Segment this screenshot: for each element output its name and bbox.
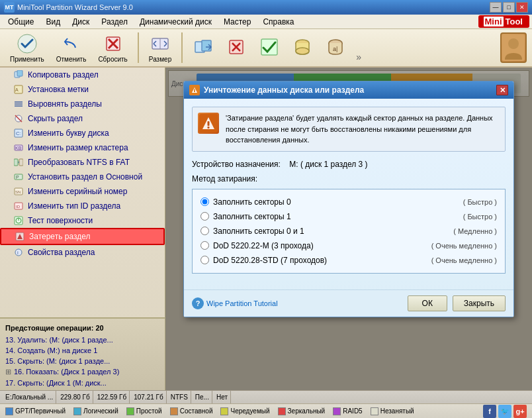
dialog-target: Устройство назначения: М: ( диск 1 разде… [192,160,506,169]
radio-option-4[interactable]: DoD 5220.28-STD (7 проходов) ( Очень мед… [200,253,497,268]
radio-option-1[interactable]: Заполнить секторы 1 ( Быстро ) [200,209,497,224]
sidebar-item-set-primary[interactable]: P Установить раздел в Основной [0,170,165,184]
google-icon[interactable]: g+ [513,405,527,418]
svg-text:C:: C: [16,131,21,136]
facebook-icon[interactable]: f [483,405,496,418]
dialog-method-label: Метод затирания: [192,174,506,183]
app-icon: MT [4,2,15,13]
sidebar-item-wipe-partition[interactable]: Затереть раздел [0,228,165,245]
radio-label-1[interactable]: Заполнить секторы 1 [200,212,463,221]
wipe-dialog: Уничтожение данных диска или раздела ✕ '… [183,81,514,317]
radio-label-2[interactable]: Заполнить секторы 0 и 1 [200,227,453,236]
toolbar-copy[interactable] [188,33,218,62]
sidebar-setlabel-label: Установка метки [28,85,89,94]
pending-item-16[interactable]: ⊞ 16. Показать: (Диск 1 раздел 3) [0,366,165,378]
legend-striped-label: Чередуемый [230,407,269,415]
sidebar-item-set-label[interactable]: A Установка метки [0,82,165,97]
pending-item-17[interactable]: 17. Скрыть: (Диск 1 (М: диск... [0,378,165,388]
warning-icon [198,113,219,134]
toolbar-delete[interactable] [221,33,251,62]
legend-gpt-label: GPT/Первичный [15,407,66,415]
svg-text:P: P [16,175,19,180]
reset-button[interactable]: Сбросить [93,30,132,66]
radio-label-3[interactable]: DoD 5220.22-М (3 прохода) [200,241,431,250]
option-text-3: DoD 5220.22-М (3 прохода) [213,241,372,250]
change-serial-icon: SN [13,186,24,197]
sidebar-item-properties[interactable]: i Свойства раздела [0,245,165,260]
twitter-icon[interactable]: 🐦 [498,405,511,418]
menu-general[interactable]: Общие [3,16,39,28]
radio-input-0[interactable] [200,197,209,206]
size-button[interactable]: Размер [144,30,176,66]
more-tools-button[interactable]: » [353,50,364,64]
status-free: 107.21 Гб [131,391,167,403]
sidebar-item-copy-partition[interactable]: Копировать раздел [0,68,165,82]
option-text-0: Заполнить секторы 0 [213,197,372,207]
dialog-close-button[interactable]: ✕ [496,85,508,95]
option-speed-2: ( Медленно ) [453,227,497,235]
sidebar-item-change-type[interactable]: ID Изменить тип ID раздела [0,199,165,213]
sidebar-item-surface-test[interactable]: Тест поверхности [0,213,165,228]
title-bar: MT MiniTool Partition Wizard Server 9.0 … [0,0,532,15]
svg-text:i: i [17,250,19,256]
close-window-button[interactable]: ✕ [516,2,528,13]
radio-label-0[interactable]: Заполнить секторы 0 [200,197,463,207]
menu-disk[interactable]: Диск [67,16,95,28]
sidebar-align-label: Выровнять разделы [28,99,102,109]
sidebar-item-change-serial[interactable]: SN Изменить серийный номер [0,184,165,199]
legend-mirrored-label: Зеркальный [288,407,326,415]
radio-option-3[interactable]: DoD 5220.22-М (3 прохода) ( Очень медлен… [200,238,497,253]
menu-partition[interactable]: Раздел [96,16,133,28]
menu-view[interactable]: Вид [40,16,66,28]
svg-text:a|: a| [333,46,337,52]
pending-header: Предстоящие операции: 20 [0,321,165,335]
radio-option-2[interactable]: Заполнить секторы 0 и 1 ( Медленно ) [200,224,497,238]
svg-rect-27 [14,159,18,166]
delete-icon [226,36,247,58]
menu-dynamic-disk[interactable]: Динамический диск [134,16,217,28]
undo-button[interactable]: Отменить [52,30,91,66]
align-icon [13,99,24,109]
sidebar: Копировать раздел A Установка метки Выро… [0,68,165,390]
pending-scroll[interactable]: 13. Удалить: (М: (диск 1 раздe... 14. Со… [0,335,165,388]
sidebar-item-change-letter[interactable]: C: Изменить букву диска [0,126,165,140]
toolbar-check[interactable] [254,33,285,62]
sidebar-scroll[interactable]: Копировать раздел A Установка метки Выро… [0,68,165,317]
legend-spanned: Составной [170,407,213,415]
pending-item-13[interactable]: 13. Удалить: (М: (диск 1 раздe... [0,335,165,345]
sidebar-item-change-cluster[interactable]: KB Изменить размер кластера [0,140,165,155]
copy-partition-icon [13,70,24,80]
radio-option-0[interactable]: Заполнить секторы 0 ( Быстро ) [200,195,497,209]
help-link[interactable]: ? Wipe Partition Tutorial [192,297,278,309]
menu-help[interactable]: Справка [257,16,299,28]
sidebar-item-convert-ntfs[interactable]: Преобразовать NTFS в FAT [0,155,165,170]
pending-item-14[interactable]: 14. Создать (М:) на диске 1 [0,345,165,356]
sidebar-item-align[interactable]: Выровнять разделы [0,97,165,111]
radio-input-4[interactable] [200,256,209,264]
change-letter-icon: C: [13,128,24,138]
sidebar-changeserial-label: Изменить серийный номер [28,187,127,196]
apply-icon [17,33,38,54]
status-used-label: 122.59 Гб [97,393,127,401]
radio-input-2[interactable] [200,227,209,235]
pending-item-15[interactable]: 15. Скрыть: (М: (диск 1 разде... [0,356,165,366]
hide-icon [13,113,24,124]
svg-text:ID: ID [16,205,21,209]
menu-wizard[interactable]: Мастер [218,16,257,28]
maximize-button[interactable]: □ [503,2,515,13]
sidebar-wipe-label: Затереть раздел [29,232,90,241]
sidebar-item-hide[interactable]: Скрыть раздел [0,111,165,126]
close-button[interactable]: Закрыть [453,295,506,311]
size-icon [150,33,171,54]
toolbar-db[interactable] [287,33,318,62]
radio-input-1[interactable] [200,212,209,221]
legend-gpt: GPT/Первичный [5,407,66,415]
radio-label-4[interactable]: DoD 5220.28-STD (7 проходов) [200,256,431,265]
radio-input-3[interactable] [200,241,209,250]
ok-button[interactable]: ОК [408,295,447,311]
pending-item-16-label: 16. Показать: (Диск 1 раздел 3) [14,368,119,376]
check-icon [259,36,280,58]
apply-button[interactable]: Применить [5,30,49,66]
minimize-button[interactable]: — [490,2,502,13]
toolbar-db2[interactable]: a| [320,33,351,62]
